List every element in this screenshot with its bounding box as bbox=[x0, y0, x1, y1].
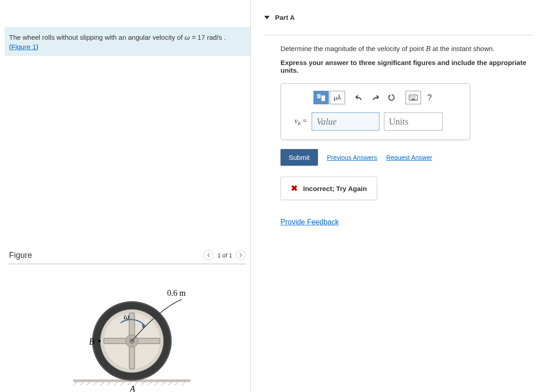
omega-symbol: ω = bbox=[185, 33, 196, 41]
figure-pager: 1 of 1 bbox=[204, 250, 246, 260]
svg-line-2 bbox=[80, 382, 84, 385]
svg-line-7 bbox=[114, 382, 117, 385]
undo-icon bbox=[355, 94, 363, 101]
svg-point-45 bbox=[413, 98, 414, 98]
template-button[interactable] bbox=[313, 91, 329, 104]
reset-icon bbox=[388, 94, 395, 101]
pager-label: 1 of 1 bbox=[217, 252, 232, 259]
svg-line-15 bbox=[168, 382, 172, 385]
svg-rect-36 bbox=[318, 95, 319, 98]
feedback-text: Incorrect; Try Again bbox=[303, 185, 367, 192]
svg-point-42 bbox=[415, 96, 416, 97]
units-input[interactable] bbox=[384, 112, 443, 131]
value-input[interactable] bbox=[312, 112, 379, 131]
svg-line-5 bbox=[100, 382, 104, 385]
sub-instruction: Express your answer to three significant… bbox=[280, 59, 533, 74]
svg-line-6 bbox=[107, 382, 111, 385]
svg-line-1 bbox=[73, 382, 77, 385]
units-template-button[interactable]: µÅ bbox=[330, 91, 345, 104]
svg-text:A: A bbox=[130, 384, 136, 392]
svg-line-13 bbox=[154, 382, 158, 385]
help-button[interactable]: ? bbox=[422, 91, 437, 104]
svg-point-39 bbox=[410, 96, 411, 97]
svg-line-11 bbox=[141, 382, 145, 385]
redo-button[interactable] bbox=[368, 91, 383, 104]
collapse-icon[interactable] bbox=[264, 16, 270, 19]
submit-button[interactable]: Submit bbox=[280, 149, 318, 166]
feedback-message: ✖ Incorrect; Try Again bbox=[280, 177, 377, 200]
svg-point-41 bbox=[413, 96, 414, 97]
provide-feedback-link[interactable]: Provide Feedback bbox=[280, 218, 339, 226]
svg-text:0.6 m: 0.6 m bbox=[167, 289, 186, 298]
problem-text: The wheel rolls without slipping with an… bbox=[9, 33, 185, 41]
svg-point-44 bbox=[412, 98, 413, 98]
svg-line-4 bbox=[93, 382, 97, 385]
svg-text:B: B bbox=[89, 336, 94, 346]
variable-label: vB = bbox=[294, 117, 307, 126]
request-answer-link[interactable]: Request Answer bbox=[386, 154, 432, 161]
previous-answers-link[interactable]: Previous Answers bbox=[327, 154, 377, 161]
incorrect-icon: ✖ bbox=[291, 183, 298, 193]
part-title: Part A bbox=[275, 14, 295, 21]
problem-statement: The wheel rolls without slipping with an… bbox=[5, 27, 250, 56]
reset-button[interactable] bbox=[384, 91, 399, 104]
svg-rect-47 bbox=[411, 99, 415, 100]
svg-point-40 bbox=[412, 96, 413, 97]
undo-button[interactable] bbox=[351, 91, 367, 104]
chevron-right-icon bbox=[239, 253, 243, 257]
svg-point-43 bbox=[410, 98, 411, 98]
svg-line-3 bbox=[87, 382, 90, 385]
formatting-toolbar: µÅ ? bbox=[294, 91, 456, 104]
svg-line-14 bbox=[161, 382, 165, 385]
svg-line-17 bbox=[182, 382, 185, 385]
svg-line-12 bbox=[148, 382, 151, 385]
svg-line-8 bbox=[121, 382, 124, 385]
pager-next-button[interactable] bbox=[236, 250, 246, 260]
svg-line-16 bbox=[175, 382, 178, 385]
figure-link[interactable]: Figure 1 bbox=[11, 43, 36, 51]
instruction-text: Determine the magnitude of the velocity … bbox=[280, 44, 533, 53]
chevron-left-icon bbox=[207, 253, 210, 257]
answer-panel: µÅ ? bbox=[280, 83, 470, 140]
redo-icon bbox=[372, 94, 379, 101]
svg-point-32 bbox=[98, 340, 101, 342]
keyboard-icon bbox=[409, 94, 418, 101]
svg-text:ω: ω bbox=[124, 312, 130, 321]
template-icon bbox=[317, 94, 325, 101]
pager-prev-button[interactable] bbox=[204, 250, 214, 260]
keyboard-button[interactable] bbox=[406, 91, 421, 104]
svg-point-46 bbox=[415, 98, 416, 98]
svg-rect-35 bbox=[322, 96, 325, 101]
figure-diagram: ω 0.6 m B A bbox=[9, 282, 246, 392]
omega-value: 17 rad/s bbox=[197, 33, 222, 41]
figure-title: Figure bbox=[9, 251, 32, 260]
